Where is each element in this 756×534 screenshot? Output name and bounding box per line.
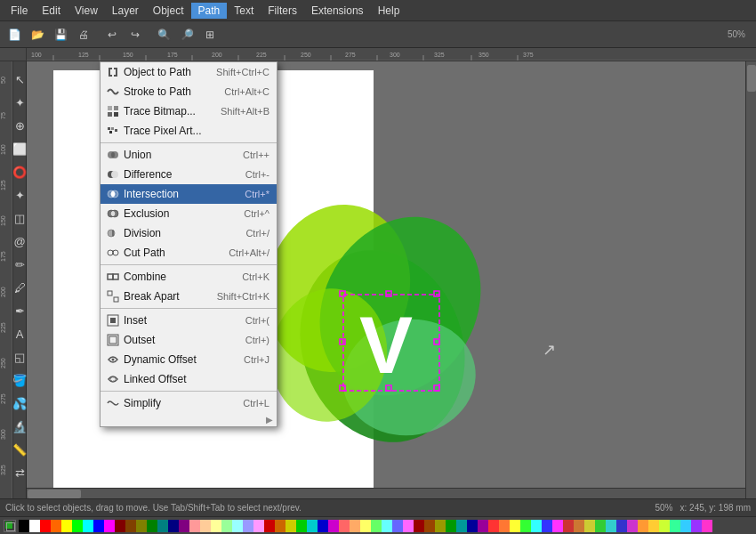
color-swatch[interactable]	[478, 520, 488, 532]
color-swatch[interactable]	[328, 520, 339, 532]
menu-layer[interactable]: Layer	[105, 3, 146, 19]
print-btn[interactable]: 🖨	[73, 24, 94, 45]
color-swatch[interactable]	[157, 520, 168, 532]
menu-filters[interactable]: Filters	[261, 3, 304, 19]
color-swatch[interactable]	[318, 520, 328, 532]
color-swatch[interactable]	[446, 520, 456, 532]
menu-break-apart[interactable]: Break Apart Shift+Ctrl+K	[101, 287, 277, 306]
color-swatch[interactable]	[29, 520, 40, 532]
menu-object-to-path[interactable]: Object to Path Shift+Ctrl+C	[101, 62, 277, 82]
color-swatch[interactable]	[616, 520, 627, 532]
menu-stroke-to-path[interactable]: Stroke to Path Ctrl+Alt+C	[101, 82, 277, 101]
new-btn[interactable]: 📄	[4, 24, 25, 45]
menu-inset[interactable]: Inset Ctrl+(	[101, 311, 277, 330]
color-swatch[interactable]	[627, 520, 638, 532]
scrollbar-thumb[interactable]	[747, 65, 756, 92]
color-swatch[interactable]	[232, 520, 243, 532]
color-swatch[interactable]	[286, 520, 296, 532]
color-swatch[interactable]	[371, 520, 382, 532]
menu-object[interactable]: Object	[146, 3, 191, 19]
color-swatch[interactable]	[648, 520, 659, 532]
color-swatch[interactable]	[72, 520, 83, 532]
color-swatch[interactable]	[51, 520, 61, 532]
color-swatch[interactable]	[584, 520, 595, 532]
color-swatch[interactable]	[542, 520, 552, 532]
menu-edit[interactable]: Edit	[35, 3, 68, 19]
color-swatch[interactable]	[147, 520, 157, 532]
scrollbar-bottom-thumb[interactable]	[28, 490, 81, 498]
color-swatch[interactable]	[275, 520, 286, 532]
color-swatch[interactable]	[19, 520, 29, 532]
color-swatch[interactable]	[488, 520, 499, 532]
undo-btn[interactable]: ↩	[101, 24, 123, 45]
color-swatch[interactable]	[520, 520, 531, 532]
menu-division[interactable]: Division Ctrl+/	[101, 223, 277, 243]
color-swatch[interactable]	[595, 520, 606, 532]
color-swatch[interactable]	[179, 520, 189, 532]
color-swatch[interactable]	[456, 520, 467, 532]
canvas-area[interactable]: V ↗ Object to Path Shift+Ctrl+C	[27, 61, 756, 498]
color-swatch[interactable]	[189, 520, 200, 532]
zoom-out-btn[interactable]: 🔎	[176, 24, 197, 45]
color-swatch[interactable]	[350, 520, 360, 532]
color-swatch[interactable]	[83, 520, 93, 532]
menu-trace-pixel-art[interactable]: Trace Pixel Art...	[101, 121, 277, 141]
color-swatch[interactable]	[638, 520, 648, 532]
color-swatch[interactable]	[467, 520, 478, 532]
scrollbar-bottom[interactable]	[27, 488, 745, 498]
color-swatch[interactable]	[61, 520, 72, 532]
color-swatch[interactable]	[382, 520, 392, 532]
color-swatch[interactable]	[168, 520, 179, 532]
menu-difference[interactable]: Difference Ctrl+-	[101, 165, 277, 184]
color-swatch[interactable]	[403, 520, 414, 532]
color-swatch[interactable]	[211, 520, 221, 532]
color-swatch[interactable]	[574, 520, 584, 532]
current-fill-stroke[interactable]	[4, 520, 16, 532]
color-swatch[interactable]	[307, 520, 318, 532]
zoom-in-btn[interactable]: 🔍	[153, 24, 174, 45]
menu-outset[interactable]: Outset Ctrl+)	[101, 330, 277, 350]
color-swatch[interactable]	[659, 520, 670, 532]
menu-exclusion[interactable]: Exclusion Ctrl+^	[101, 204, 277, 223]
menu-cut-path[interactable]: Cut Path Ctrl+Alt+/	[101, 243, 277, 263]
color-swatch[interactable]	[531, 520, 542, 532]
menu-text[interactable]: Text	[227, 3, 261, 19]
color-swatch[interactable]	[115, 520, 125, 532]
color-swatch[interactable]	[499, 520, 510, 532]
color-swatch[interactable]	[552, 520, 563, 532]
menu-trace-bitmap[interactable]: Trace Bitmap... Shift+Alt+B	[101, 101, 277, 121]
color-swatch[interactable]	[424, 520, 435, 532]
color-swatch[interactable]	[125, 520, 136, 532]
color-swatch[interactable]	[264, 520, 275, 532]
open-btn[interactable]: 📂	[27, 24, 48, 45]
color-swatch[interactable]	[670, 520, 680, 532]
scrollbar-right[interactable]	[745, 61, 756, 498]
menu-path[interactable]: Path	[191, 3, 228, 19]
color-swatch[interactable]	[606, 520, 616, 532]
color-swatch[interactable]	[392, 520, 403, 532]
menu-linked-offset[interactable]: Linked Offset	[101, 369, 277, 389]
color-swatch[interactable]	[40, 520, 51, 532]
redo-btn[interactable]: ↪	[125, 24, 146, 45]
save-btn[interactable]: 💾	[50, 24, 71, 45]
color-swatch[interactable]	[435, 520, 446, 532]
color-swatch[interactable]	[510, 520, 520, 532]
color-swatch[interactable]	[414, 520, 424, 532]
color-swatch[interactable]	[680, 520, 691, 532]
color-swatch[interactable]	[243, 520, 253, 532]
color-swatch[interactable]	[221, 520, 232, 532]
color-swatch[interactable]	[339, 520, 350, 532]
color-swatch[interactable]	[253, 520, 264, 532]
menu-union[interactable]: Union Ctrl++	[101, 145, 277, 165]
color-swatch[interactable]	[563, 520, 574, 532]
zoom-fit-btn[interactable]: ⊞	[199, 24, 221, 45]
color-swatch[interactable]	[200, 520, 211, 532]
menu-file[interactable]: File	[4, 3, 35, 19]
menu-simplify[interactable]: Simplify Ctrl+L	[101, 393, 277, 413]
color-swatch[interactable]	[360, 520, 371, 532]
menu-extensions[interactable]: Extensions	[304, 3, 371, 19]
color-swatch[interactable]	[93, 520, 104, 532]
menu-help[interactable]: Help	[371, 3, 407, 19]
color-swatch[interactable]	[296, 520, 307, 532]
menu-combine[interactable]: Combine Ctrl+K	[101, 267, 277, 287]
